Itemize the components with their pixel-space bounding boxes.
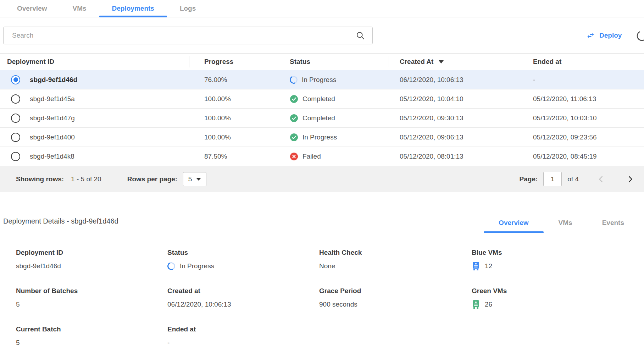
tab-deployments[interactable]: Deployments xyxy=(99,0,167,17)
blue-vm-icon xyxy=(472,262,480,271)
main-tabbar: Overview VMs Deployments Logs xyxy=(0,0,644,17)
sort-desc-icon xyxy=(438,60,444,64)
deployment-id-cell: sbgd-9ef1d46d xyxy=(30,76,77,84)
row-radio-button[interactable] xyxy=(11,133,20,142)
details-grid: Deployment ID sbgd-9ef1d46d Status In Pr… xyxy=(16,249,644,347)
progress-cell: 100.00% xyxy=(189,133,280,141)
pager: Page: of 4 xyxy=(520,172,634,186)
details-tab-events[interactable]: Events xyxy=(587,213,639,233)
toolbar: Deploy xyxy=(0,27,644,45)
field-created-at: Created at 06/12/2020, 10:06:13 xyxy=(167,287,319,309)
tab-overview[interactable]: Overview xyxy=(4,0,60,17)
status-spinner-icon xyxy=(166,261,176,271)
column-header-deployment-id: Deployment ID xyxy=(0,54,189,70)
created-at-cell: 05/12/2020, 08:01:13 xyxy=(389,153,524,160)
created-at-cell: 06/12/2020, 10:06:13 xyxy=(389,76,524,84)
row-radio-button[interactable] xyxy=(11,75,20,84)
details-header: Deployment Details - sbgd-9ef1d46d Overv… xyxy=(0,213,644,233)
deployments-table: Deployment ID Progress Status Created At… xyxy=(0,53,644,192)
status-cell: Completed xyxy=(280,114,389,122)
status-spinner-icon xyxy=(289,75,299,84)
table-header-row: Deployment ID Progress Status Created At… xyxy=(0,53,644,70)
table-row[interactable]: sbgd-9ef1d47g 100.00% Completed 05/12/20… xyxy=(0,109,644,128)
active-tab-underline xyxy=(484,231,544,233)
status-check-icon xyxy=(290,114,298,122)
field-green-vms: Green VMs 26 xyxy=(472,287,644,309)
progress-cell: 100.00% xyxy=(189,114,280,122)
details-tab-overview[interactable]: Overview xyxy=(484,213,544,233)
column-header-progress: Progress xyxy=(189,54,280,70)
progress-cell: 100.00% xyxy=(189,95,280,103)
active-tab-underline xyxy=(99,16,167,17)
deploy-button-label: Deploy xyxy=(599,32,622,39)
table-row[interactable]: sbgd-9ef1d46d 76.00% In Progress 06/12/2… xyxy=(0,70,644,89)
page-label: Page: xyxy=(520,175,538,183)
table-row[interactable]: sbgd-9ef1d400 100.00% In Progress 05/12/… xyxy=(0,128,644,147)
tab-logs-label: Logs xyxy=(180,5,196,12)
field-health-check: Health Check None xyxy=(319,249,472,271)
field-ended-at: Ended at - xyxy=(167,325,319,347)
green-vm-icon xyxy=(472,300,480,309)
created-at-cell: 05/12/2020, 10:04:10 xyxy=(389,95,524,103)
ended-at-cell: 05/12/2020, 10:03:10 xyxy=(524,114,644,122)
status-cell: Failed xyxy=(280,152,389,161)
rows-per-page-select[interactable]: 5 xyxy=(183,172,206,186)
created-at-cell: 05/12/2020, 09:06:13 xyxy=(389,133,524,141)
ended-at-cell: 05/12/2020, 08:45:19 xyxy=(524,153,644,160)
details-tabbar: Overview VMs Events xyxy=(484,213,639,233)
table-row[interactable]: sbgd-9ef1d4k8 87.50% Failed 05/12/2020, … xyxy=(0,147,644,166)
previous-page-icon[interactable] xyxy=(597,175,605,183)
showing-rows-value: 1 - 5 of 20 xyxy=(71,175,101,183)
status-cell: Completed xyxy=(280,95,389,103)
tab-vms-label: VMs xyxy=(73,5,87,12)
status-cell: In Progress xyxy=(280,76,389,84)
deployment-id-cell: sbgd-9ef1d4k8 xyxy=(30,153,74,160)
showing-rows-label: Showing rows: xyxy=(16,175,64,183)
search-icon[interactable] xyxy=(356,31,365,40)
row-radio-button[interactable] xyxy=(11,114,20,123)
ended-at-cell: - xyxy=(524,76,644,84)
search-box xyxy=(3,27,373,44)
status-check-icon xyxy=(290,133,298,142)
deployment-id-cell: sbgd-9ef1d400 xyxy=(30,133,75,141)
deploy-button[interactable]: Deploy xyxy=(586,31,622,40)
field-status: Status In Progress xyxy=(167,249,319,271)
rows-per-page-label: Rows per page: xyxy=(127,175,177,183)
page-total: of 4 xyxy=(567,175,579,183)
status-check-icon xyxy=(290,95,298,103)
refresh-icon[interactable] xyxy=(635,29,644,42)
search-input[interactable] xyxy=(3,27,373,44)
ended-at-cell: 05/12/2020, 09:23:56 xyxy=(524,133,644,141)
next-page-icon[interactable] xyxy=(626,175,634,183)
row-radio-button[interactable] xyxy=(11,152,20,161)
status-failed-icon xyxy=(290,152,298,161)
ended-at-cell: 05/12/2020, 11:06:13 xyxy=(524,95,644,103)
field-deployment-id: Deployment ID sbgd-9ef1d46d xyxy=(16,249,167,271)
progress-cell: 76.00% xyxy=(189,76,280,84)
field-number-of-batches: Number of Batches 5 xyxy=(16,287,167,309)
field-blue-vms: Blue VMs 12 xyxy=(472,249,644,271)
column-header-ended-at: Ended at xyxy=(524,54,644,70)
tab-logs[interactable]: Logs xyxy=(167,0,209,17)
status-cell: In Progress xyxy=(280,133,389,142)
details-title: Deployment Details - sbgd-9ef1d46d xyxy=(3,217,118,225)
deployment-id-cell: sbgd-9ef1d47g xyxy=(30,114,75,122)
details-tab-vms[interactable]: VMs xyxy=(544,213,587,233)
column-header-created-at[interactable]: Created At xyxy=(389,54,524,70)
table-row[interactable]: sbgd-9ef1d45a 100.00% Completed 05/12/20… xyxy=(0,89,644,109)
tab-deployments-label: Deployments xyxy=(112,5,154,12)
field-grace-period: Grace Period 900 seconds xyxy=(319,287,472,309)
tab-vms[interactable]: VMs xyxy=(60,0,99,17)
row-radio-button[interactable] xyxy=(11,94,20,104)
progress-cell: 87.50% xyxy=(189,153,280,160)
chevron-down-icon xyxy=(196,178,201,181)
tab-overview-label: Overview xyxy=(17,5,47,12)
created-at-cell: 05/12/2020, 09:30:13 xyxy=(389,114,524,122)
swap-arrows-icon xyxy=(586,31,595,40)
table-pagination-bar: Showing rows: 1 - 5 of 20 Rows per page:… xyxy=(0,166,644,192)
field-current-batch: Current Batch 5 xyxy=(16,325,167,347)
column-header-status: Status xyxy=(280,54,389,70)
page-number-input[interactable] xyxy=(543,172,562,186)
deployment-id-cell: sbgd-9ef1d45a xyxy=(30,95,75,103)
